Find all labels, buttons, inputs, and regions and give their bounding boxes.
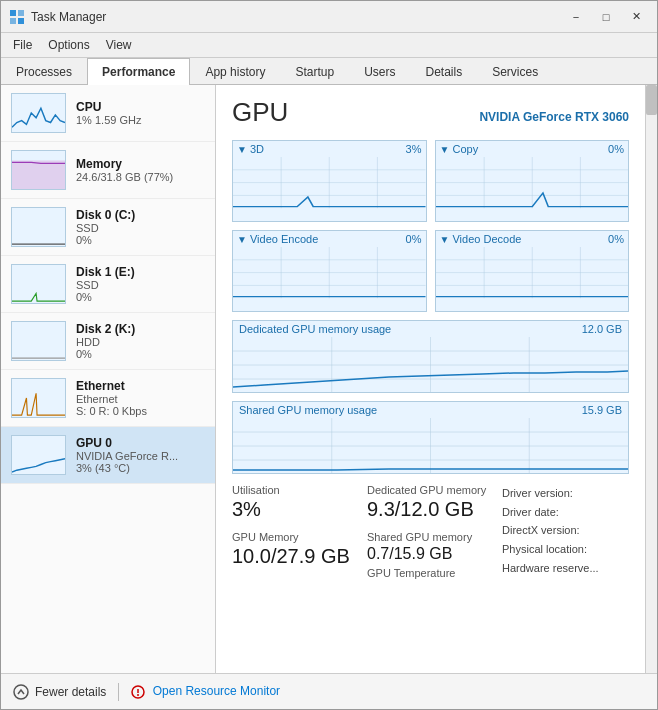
svg-point-41 xyxy=(14,685,28,699)
disk2-info: Disk 2 (K:) HDD 0% xyxy=(76,322,205,360)
driver-date-label: Driver date: xyxy=(502,503,629,522)
graph-copy-pct: 0% xyxy=(608,143,624,155)
tab-performance[interactable]: Performance xyxy=(87,58,190,85)
disk2-sub: HDD xyxy=(76,336,205,348)
scrollbar[interactable] xyxy=(645,85,657,673)
graph-3d-chevron: ▼ 3D xyxy=(237,143,264,155)
sidebar-item-disk0[interactable]: Disk 0 (C:) SSD 0% xyxy=(1,199,215,256)
disk0-sub: SSD xyxy=(76,222,205,234)
bottom-graphs-grid: ▼ Video Encode 0% ▼ Vid xyxy=(232,230,629,312)
ethernet-graph xyxy=(11,378,66,418)
graph-copy-label-row: ▼ Copy 0% xyxy=(436,141,629,157)
menu-options[interactable]: Options xyxy=(40,35,97,55)
shared-gpu-label: Shared GPU memory usage xyxy=(239,404,377,416)
memory-sub: 24.6/31.8 GB (77%) xyxy=(76,171,205,183)
svg-rect-4 xyxy=(12,161,65,190)
sidebar-item-gpu0[interactable]: GPU 0 NVIDIA GeForce R... 3% (43 °C) xyxy=(1,427,215,484)
tab-app-history[interactable]: App history xyxy=(190,58,280,85)
tab-startup[interactable]: Startup xyxy=(280,58,349,85)
tab-services[interactable]: Services xyxy=(477,58,553,85)
disk2-title: Disk 2 (K:) xyxy=(76,322,205,336)
stat-dedicated: Dedicated GPU memory 9.3/12.0 GB Shared … xyxy=(367,484,494,579)
stats-row: Utilisation 3% GPU Memory 10.0/27.9 GB D… xyxy=(232,484,629,579)
graph-decode-label-row: ▼ Video Decode 0% xyxy=(436,231,629,247)
graph-3d-label-row: ▼ 3D 3% xyxy=(233,141,426,157)
shared-gpu-max: 15.9 GB xyxy=(582,404,622,416)
tab-bar: Processes Performance App history Startu… xyxy=(1,58,657,85)
gpu0-graph xyxy=(11,435,66,475)
svg-rect-0 xyxy=(10,10,16,16)
disk0-title: Disk 0 (C:) xyxy=(76,208,205,222)
dedicated-label: Dedicated GPU memory xyxy=(367,484,494,496)
cpu-title: CPU xyxy=(76,100,205,114)
sidebar-item-ethernet[interactable]: Ethernet Ethernet S: 0 R: 0 Kbps xyxy=(1,370,215,427)
task-manager-window: Task Manager − □ ✕ File Options View Pro… xyxy=(0,0,658,710)
gpu0-sub: NVIDIA GeForce R... xyxy=(76,450,205,462)
sidebar-item-cpu[interactable]: CPU 1% 1.59 GHz xyxy=(1,85,215,142)
sidebar-item-disk1[interactable]: Disk 1 (E:) SSD 0% xyxy=(1,256,215,313)
svg-rect-1 xyxy=(18,10,24,16)
disk2-val: 0% xyxy=(76,348,205,360)
bottom-bar: Fewer details Open Resource Monitor xyxy=(1,673,657,709)
shared-mem-value: 0.7/15.9 GB xyxy=(367,545,494,563)
gpu-memory-value: 10.0/27.9 GB xyxy=(232,545,359,568)
tab-details[interactable]: Details xyxy=(410,58,477,85)
svg-rect-2 xyxy=(10,18,16,24)
ethernet-title: Ethernet xyxy=(76,379,205,393)
cpu-sub: 1% 1.59 GHz xyxy=(76,114,205,126)
memory-graph xyxy=(11,150,66,190)
title-bar-controls: − □ ✕ xyxy=(563,7,649,27)
menu-view[interactable]: View xyxy=(98,35,140,55)
cpu-info: CPU 1% 1.59 GHz xyxy=(76,100,205,126)
window-title: Task Manager xyxy=(31,10,106,24)
graph-3d: ▼ 3D 3% xyxy=(232,140,427,222)
graph-3d-pct: 3% xyxy=(406,143,422,155)
gpu-memory-label: GPU Memory xyxy=(232,531,359,543)
sidebar-item-disk2[interactable]: Disk 2 (K:) HDD 0% xyxy=(1,313,215,370)
ethernet-val: S: 0 R: 0 Kbps xyxy=(76,405,205,417)
shared-gpu-label-row: Shared GPU memory usage 15.9 GB xyxy=(233,402,628,418)
dedicated-value: 9.3/12.0 GB xyxy=(367,498,494,521)
stat-utilisation: Utilisation 3% GPU Memory 10.0/27.9 GB xyxy=(232,484,359,579)
disk1-sub: SSD xyxy=(76,279,205,291)
driver-version-label: Driver version: xyxy=(502,484,629,503)
app-icon xyxy=(9,9,25,25)
memory-title: Memory xyxy=(76,157,205,171)
content-area: CPU 1% 1.59 GHz Memory 24.6/31.8 GB (77%… xyxy=(1,85,657,673)
minimize-button[interactable]: − xyxy=(563,7,589,27)
disk1-info: Disk 1 (E:) SSD 0% xyxy=(76,265,205,303)
graph-encode-label: Video Encode xyxy=(250,233,318,245)
graph-copy-chevron: ▼ Copy xyxy=(440,143,479,155)
sidebar: CPU 1% 1.59 GHz Memory 24.6/31.8 GB (77%… xyxy=(1,85,216,673)
disk0-info: Disk 0 (C:) SSD 0% xyxy=(76,208,205,246)
graph-video-decode: ▼ Video Decode 0% xyxy=(435,230,630,312)
tab-processes[interactable]: Processes xyxy=(1,58,87,85)
graph-encode-label-row: ▼ Video Encode 0% xyxy=(233,231,426,247)
menu-bar: File Options View xyxy=(1,33,657,58)
hw-reserve-label: Hardware reserve... xyxy=(502,559,629,578)
disk1-val: 0% xyxy=(76,291,205,303)
gpu0-val: 3% (43 °C) xyxy=(76,462,205,474)
gpu-title: GPU xyxy=(232,97,288,128)
ethernet-sub: Ethernet xyxy=(76,393,205,405)
sidebar-item-memory[interactable]: Memory 24.6/31.8 GB (77%) xyxy=(1,142,215,199)
gpu-temp-label: GPU Temperature xyxy=(367,567,494,579)
driver-info: Driver version: Driver date: DirectX ver… xyxy=(502,484,629,579)
disk1-title: Disk 1 (E:) xyxy=(76,265,205,279)
graph-video-encode: ▼ Video Encode 0% xyxy=(232,230,427,312)
tab-users[interactable]: Users xyxy=(349,58,410,85)
dedicated-gpu-max: 12.0 GB xyxy=(582,323,622,335)
graph-decode-chevron: ▼ Video Decode xyxy=(440,233,522,245)
maximize-button[interactable]: □ xyxy=(593,7,619,27)
graph-copy: ▼ Copy 0% xyxy=(435,140,630,222)
fewer-details-button[interactable]: Fewer details xyxy=(13,684,106,700)
fewer-details-label: Fewer details xyxy=(35,685,106,699)
graph-encode-pct: 0% xyxy=(406,233,422,245)
bottom-divider xyxy=(118,683,119,701)
menu-file[interactable]: File xyxy=(5,35,40,55)
disk0-graph xyxy=(11,207,66,247)
open-resource-monitor-button[interactable]: Open Resource Monitor xyxy=(131,684,280,699)
graph-decode-pct: 0% xyxy=(608,233,624,245)
top-graphs-grid: ▼ 3D 3% xyxy=(232,140,629,222)
close-button[interactable]: ✕ xyxy=(623,7,649,27)
